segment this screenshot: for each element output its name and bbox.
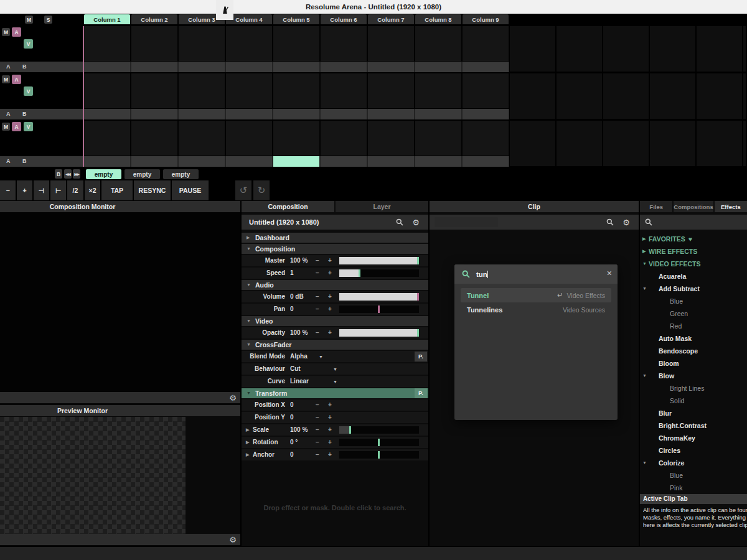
effects-tree-item[interactable]: ChromaKey♥: [640, 432, 747, 444]
layer-1-bypass-button[interactable]: M: [2, 123, 10, 131]
popup-search-field[interactable]: tun ×: [454, 264, 618, 284]
transport-button[interactable]: ×2: [85, 180, 100, 200]
master-mute-button[interactable]: M: [25, 16, 33, 24]
param-value[interactable]: 1: [290, 269, 294, 276]
section-audio[interactable]: ▼ Audio: [242, 280, 428, 290]
layer-1-audio-button[interactable]: A: [12, 122, 21, 131]
transport-button[interactable]: ⊢: [50, 180, 66, 200]
preview-monitor-view[interactable]: [0, 417, 186, 534]
gear-icon[interactable]: ⚙: [229, 394, 237, 402]
layer-3-crossfader-strip[interactable]: [84, 62, 509, 72]
crossfader-b-label[interactable]: B: [22, 111, 27, 117]
opacity-slider[interactable]: [339, 329, 419, 337]
section-crossfader[interactable]: ▼ CrossFader: [242, 340, 428, 350]
tree-arrow-icon[interactable]: ▼: [642, 370, 647, 382]
layer-3-video-button[interactable]: V: [24, 39, 33, 49]
decrement-button[interactable]: −: [316, 306, 319, 312]
master-slider[interactable]: [339, 257, 419, 264]
layer-2-video-button[interactable]: V: [24, 86, 33, 96]
section-composition[interactable]: ▼ Composition: [242, 244, 428, 254]
browser-tab[interactable]: Files: [640, 201, 672, 212]
layer-3-extra-cells[interactable]: [510, 26, 746, 72]
tab-composition[interactable]: Composition: [242, 201, 334, 212]
behaviour-dropdown[interactable]: Cut: [290, 365, 301, 372]
section-transform[interactable]: ▼ Transform P.: [242, 388, 428, 398]
effects-tree-item[interactable]: Green♥: [640, 307, 747, 320]
curve-dropdown[interactable]: Linear: [290, 378, 309, 385]
increment-button[interactable]: +: [328, 451, 332, 458]
layer-2-audio-button[interactable]: A: [12, 75, 21, 84]
effects-tree-item[interactable]: Bloom♥: [640, 357, 747, 370]
increment-button[interactable]: +: [328, 414, 332, 421]
speed-slider[interactable]: [339, 269, 419, 277]
decrement-button[interactable]: −: [316, 451, 319, 458]
effects-tree-item[interactable]: Solid♥: [640, 394, 747, 407]
browser-tab[interactable]: Effects: [715, 201, 747, 212]
search-result-row[interactable]: Tunnel ↵ Video Effects: [461, 288, 611, 302]
transport-button[interactable]: TAP: [101, 180, 133, 200]
scale-slider[interactable]: [339, 426, 419, 434]
column-header-button[interactable]: Column 9: [463, 14, 509, 24]
transport-button[interactable]: RESYNC: [134, 180, 171, 200]
browser-search-bar[interactable]: [640, 215, 747, 230]
param-p-button[interactable]: P.: [415, 388, 427, 398]
param-value[interactable]: 100 %: [290, 329, 308, 336]
param-value[interactable]: 100 %: [290, 257, 308, 264]
search-icon[interactable]: [396, 218, 403, 226]
decrement-button[interactable]: −: [316, 439, 319, 446]
effects-tree-item[interactable]: Red♥: [640, 320, 747, 332]
pan-slider[interactable]: [339, 306, 419, 313]
layer-1-ab-labels[interactable]: A B: [0, 156, 83, 167]
increment-button[interactable]: +: [328, 293, 332, 300]
crossfader-b-label[interactable]: B: [22, 158, 27, 164]
expand-arrow-icon[interactable]: ▶: [246, 452, 249, 457]
section-video[interactable]: ▼ Video: [242, 316, 428, 326]
rotation-slider[interactable]: [339, 439, 419, 446]
effects-tree-item[interactable]: Pink♥: [640, 482, 747, 494]
layer-3-bypass-button[interactable]: M: [2, 28, 10, 36]
close-icon[interactable]: ×: [607, 268, 612, 278]
undo-button[interactable]: ↺: [235, 180, 251, 200]
clip-name-input[interactable]: [435, 217, 498, 227]
column-header-button[interactable]: Column 7: [368, 14, 414, 24]
search-icon[interactable]: [606, 218, 614, 226]
effects-tree-item[interactable]: Acuarela♥: [640, 270, 747, 282]
param-value[interactable]: 0: [290, 451, 294, 458]
column-header-button[interactable]: Column 8: [415, 14, 461, 24]
anchor-slider[interactable]: [339, 451, 419, 459]
volume-slider[interactable]: [339, 293, 419, 301]
crossfader-a-label[interactable]: A: [6, 63, 11, 70]
effects-tree-item[interactable]: Bright.Contrast♥: [640, 419, 747, 432]
empty-clip-button[interactable]: empty: [163, 169, 199, 179]
browser-tab[interactable]: Compositions: [674, 201, 713, 212]
effects-tree-item[interactable]: ▶ WIRE EFFECTS♥: [640, 245, 747, 258]
layer-2-extra-cells[interactable]: [510, 73, 746, 119]
layer-3-clip-cells[interactable]: [84, 26, 509, 61]
active-clip-indicator[interactable]: [273, 156, 319, 167]
layer-2-bypass-button[interactable]: M: [2, 75, 10, 83]
expand-arrow-icon[interactable]: ▶: [246, 427, 249, 432]
crossfader-a-label[interactable]: A: [6, 111, 11, 117]
param-value[interactable]: 0: [290, 401, 294, 408]
master-solo-button[interactable]: S: [44, 16, 52, 24]
effects-tree-item[interactable]: Bendoscope♥: [640, 345, 747, 357]
column-header-button[interactable]: Column 6: [321, 14, 367, 24]
layer-1-extra-cells[interactable]: [510, 121, 746, 166]
decrement-button[interactable]: −: [316, 426, 319, 433]
next-clip-button[interactable]: ▶▶: [73, 169, 80, 179]
param-value[interactable]: 0: [290, 306, 294, 312]
decrement-button[interactable]: −: [316, 329, 319, 336]
increment-button[interactable]: +: [328, 329, 332, 336]
tree-arrow-icon[interactable]: ▶: [642, 245, 646, 258]
gear-icon[interactable]: ⚙: [412, 218, 420, 226]
prev-clip-button[interactable]: ◀◀: [64, 169, 72, 179]
blend-mode-dropdown[interactable]: Alpha: [290, 353, 308, 360]
tree-arrow-icon[interactable]: ▼: [642, 457, 647, 469]
param-value[interactable]: 0 dB: [290, 293, 304, 300]
increment-button[interactable]: +: [328, 426, 332, 433]
redo-button[interactable]: ↻: [253, 180, 270, 200]
decrement-button[interactable]: −: [316, 257, 319, 264]
column-header-button[interactable]: Column 5: [273, 14, 319, 24]
increment-button[interactable]: +: [328, 269, 332, 276]
decrement-button[interactable]: −: [316, 293, 319, 300]
